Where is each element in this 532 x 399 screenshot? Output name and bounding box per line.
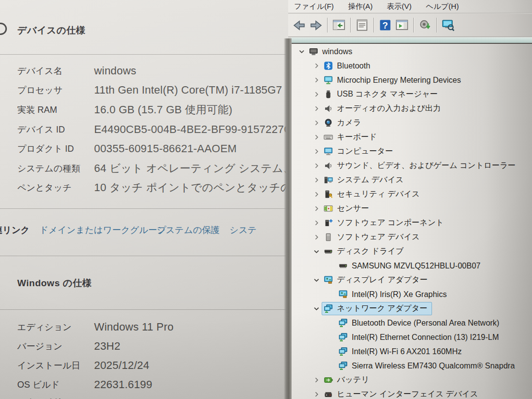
related-link[interactable]: システ <box>230 224 257 236</box>
divider <box>0 309 288 310</box>
update-driver-icon[interactable] <box>418 18 432 33</box>
tree-item-target[interactable]: ソフトウェア デバイス <box>322 231 424 244</box>
tree-item[interactable]: Bluetooth Device (Personal Area Network) <box>291 316 532 330</box>
tree-item-target[interactable]: Bluetooth <box>322 60 375 72</box>
chevron-down-icon[interactable] <box>311 276 322 285</box>
tree-item[interactable]: システム デバイス <box>291 173 532 187</box>
action-pane-icon[interactable] <box>395 18 409 33</box>
toolbar-separator <box>436 18 437 33</box>
tree-item-target[interactable]: ヒューマン インターフェイス デバイス <box>322 388 483 399</box>
chevron-right-icon[interactable] <box>311 376 322 385</box>
windows-spec-row: エディションWindows 11 Pro <box>17 317 287 336</box>
chevron-down-icon[interactable] <box>311 304 322 313</box>
toolbar-separator <box>350 18 351 33</box>
tree-item-target[interactable]: バッテリ <box>322 373 374 387</box>
tree-item-target[interactable]: セキュリティ デバイス <box>322 188 424 201</box>
tree-item-target[interactable]: Intel(R) Ethernet Connection (13) I219-L… <box>336 331 503 343</box>
device-spec-value: 00355-60915-86621-AAOEM <box>94 142 237 155</box>
help-icon[interactable]: ? <box>378 18 393 33</box>
tree-item-target[interactable]: キーボード <box>322 131 381 144</box>
scan-hardware-changes-icon[interactable] <box>441 18 456 33</box>
menu-item[interactable]: 表示(V) <box>387 2 412 11</box>
tree-item-target[interactable]: ネットワーク アダプター <box>322 302 432 315</box>
tree-item-target[interactable]: Intel(R) Iris(R) Xe Graphics <box>336 288 451 300</box>
tree-item-target[interactable]: windows <box>307 45 357 58</box>
toolbar-separator <box>327 18 328 33</box>
device-specs-list: デバイス名windowsプロセッサ11th Gen Intel(R) Core(… <box>17 61 287 198</box>
menu-item[interactable]: ファイル(F) <box>294 2 334 11</box>
chevron-right-icon[interactable] <box>311 147 322 156</box>
tree-item[interactable]: センサー <box>291 201 532 216</box>
show-console-tree-icon[interactable] <box>332 18 346 33</box>
tree-item[interactable]: キーボード <box>291 130 532 144</box>
tree-item[interactable]: ソフトウェア コンポーネント <box>291 216 532 230</box>
chevron-right-icon[interactable] <box>311 190 322 199</box>
tree-item[interactable]: ディスク ドライブ <box>291 244 532 259</box>
device-spec-row: プロダクト ID00355-60915-86621-AAOEM <box>17 139 287 159</box>
chevron-right-icon[interactable] <box>311 133 322 142</box>
tree-item[interactable]: セキュリティ デバイス <box>291 187 532 201</box>
chevron-right-icon[interactable] <box>311 162 322 170</box>
tree-item-target[interactable]: USB コネクタ マネージャー <box>322 88 442 101</box>
device-spec-label: プロセッサ <box>17 84 94 96</box>
device-spec-value: 64 ビット オペレーティング システム、x64 ベー <box>94 161 288 176</box>
tree-item-target[interactable]: Microchip Energy Metering Devices <box>322 74 466 86</box>
tree-item[interactable]: Sierra Wireless EM7430 Qualcomm® Snapdra <box>291 359 532 373</box>
tree-item-target[interactable]: オーディオの入力および出力 <box>322 102 445 115</box>
tree-item[interactable]: バッテリ <box>291 373 532 387</box>
menu-item[interactable]: 操作(A) <box>348 2 373 11</box>
tree-item[interactable]: Microchip Energy Metering Devices <box>291 73 532 87</box>
tree-item[interactable]: ディスプレイ アダプター <box>291 273 532 287</box>
tree-item-target[interactable]: コンピューター <box>322 145 398 158</box>
tree-item[interactable]: windows <box>291 44 532 59</box>
chevron-right-icon[interactable] <box>311 233 322 242</box>
tree-item[interactable]: Bluetooth <box>291 59 532 73</box>
tree-item-target[interactable]: Sierra Wireless EM7430 Qualcomm® Snapdra <box>336 360 519 372</box>
camera-icon <box>324 118 333 128</box>
device-spec-row: ペンとタッチ10 タッチ ポイントでのペンとタッチのサポート <box>17 178 287 198</box>
chevron-right-icon[interactable] <box>311 104 322 113</box>
tree-item-target[interactable]: センサー <box>322 202 373 215</box>
tree-item[interactable]: Intel(R) Ethernet Connection (13) I219-L… <box>291 330 532 344</box>
forward-icon[interactable] <box>308 18 323 33</box>
tree-item-target[interactable]: サウンド、ビデオ、およびゲーム コントローラー <box>322 159 520 172</box>
related-link[interactable]: ドメインまたはワークグループ <box>39 224 166 236</box>
tree-item-target[interactable]: ディスク ドライブ <box>322 245 408 258</box>
tree-item-label: ディスプレイ アダプター <box>337 275 428 285</box>
chevron-down-icon[interactable] <box>296 47 307 56</box>
tree-item[interactable]: SAMSUNG MZVLQ512HBLU-00B07 <box>291 259 532 273</box>
chevron-down-icon[interactable] <box>311 247 322 256</box>
tree-item[interactable]: Intel(R) Wi-Fi 6 AX201 160MHz <box>291 344 532 359</box>
chevron-right-icon[interactable] <box>311 204 322 213</box>
tree-item[interactable]: オーディオの入力および出力 <box>291 101 532 116</box>
chevron-right-icon[interactable] <box>311 62 322 70</box>
tree-item[interactable]: ネットワーク アダプター <box>291 301 532 316</box>
tree-item[interactable]: コンピューター <box>291 144 532 159</box>
properties-icon[interactable] <box>355 18 369 33</box>
related-links-row: 連リンク ドメインまたはワークグループシステムの保護システ <box>0 223 288 237</box>
chevron-right-icon[interactable] <box>311 119 322 128</box>
windows-specs-title: Windows の仕様 <box>17 277 92 290</box>
chevron-right-icon[interactable] <box>311 219 322 228</box>
chevron-right-icon[interactable] <box>311 90 322 99</box>
tree-item-target[interactable]: ソフトウェア コンポーネント <box>322 216 448 230</box>
tree-item-target[interactable]: カメラ <box>322 116 366 130</box>
tree-item[interactable]: Intel(R) Iris(R) Xe Graphics <box>291 287 532 301</box>
tree-item[interactable]: カメラ <box>291 116 532 130</box>
chevron-right-icon[interactable] <box>311 390 322 399</box>
tree-item-target[interactable]: SAMSUNG MZVLQ512HBLU-00B07 <box>336 260 485 272</box>
related-link[interactable]: システムの保護 <box>157 224 220 236</box>
menu-item[interactable]: ヘルプ(H) <box>426 2 459 11</box>
tree-item-target[interactable]: システム デバイス <box>322 173 408 187</box>
tree-item[interactable]: ソフトウェア デバイス <box>291 230 532 244</box>
chevron-right-icon[interactable] <box>311 176 322 185</box>
chevron-right-icon[interactable] <box>311 76 322 85</box>
tree-item[interactable]: ヒューマン インターフェイス デバイス <box>291 387 532 399</box>
tree-item-target[interactable]: Intel(R) Wi-Fi 6 AX201 160MHz <box>336 345 466 358</box>
tree-item-target[interactable]: Bluetooth Device (Personal Area Network) <box>336 317 504 329</box>
back-icon[interactable] <box>292 18 306 33</box>
tree-item-label: カメラ <box>337 118 361 128</box>
tree-item[interactable]: サウンド、ビデオ、およびゲーム コントローラー <box>291 159 532 173</box>
tree-item[interactable]: USB コネクタ マネージャー <box>291 87 532 101</box>
tree-item-target[interactable]: ディスプレイ アダプター <box>322 273 432 287</box>
